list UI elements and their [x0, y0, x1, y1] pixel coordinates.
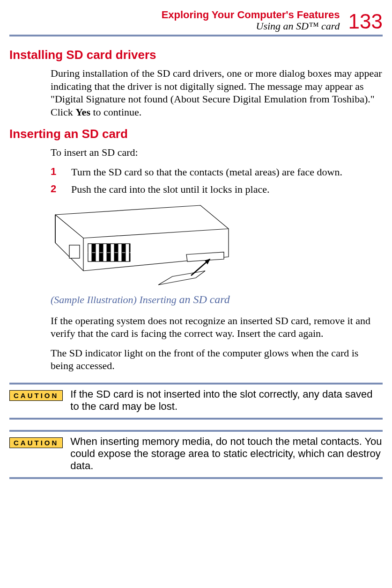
para-indicator-light: The SD indicator light on the front of t…	[51, 347, 383, 372]
sd-card-illustration	[51, 201, 233, 290]
svg-rect-1	[88, 244, 130, 252]
svg-rect-0	[69, 245, 80, 258]
section-subtitle: Using an SD™ card	[162, 21, 340, 32]
para-insert-intro: To insert an SD card:	[51, 146, 383, 159]
illustration-caption: (Sample Illustration) Inserting an SD ca…	[51, 293, 383, 306]
svg-rect-8	[126, 244, 129, 261]
bold-yes: Yes	[75, 106, 90, 118]
page-header: Exploring Your Computer's Features Using…	[9, 9, 383, 36]
list-item: 2 Push the card into the slot until it l…	[51, 183, 383, 196]
heading-inserting-sd: Inserting an SD card	[9, 127, 383, 141]
caution-text: If the SD card is not inserted into the …	[70, 388, 383, 413]
caution-text: When inserting memory media, do not touc…	[70, 436, 383, 472]
page-number: 133	[348, 11, 383, 32]
svg-rect-4	[96, 244, 99, 261]
step-number: 2	[51, 183, 71, 196]
illustration-wrap	[51, 201, 383, 291]
page: Exploring Your Computer's Features Using…	[0, 0, 392, 508]
chapter-title: Exploring Your Computer's Features	[162, 9, 340, 21]
heading-installing-drivers: Installing SD card drivers	[9, 48, 383, 62]
step-list: 1 Turn the SD card so that the contacts …	[51, 166, 383, 196]
caution-block: CAUTION When inserting memory media, do …	[9, 430, 383, 479]
para-installing-drivers: During installation of the SD card drive…	[51, 67, 383, 118]
para-not-recognized: If the operating system does not recogni…	[51, 314, 383, 340]
step-number: 1	[51, 166, 71, 179]
step-text: Push the card into the slot until it loc…	[71, 183, 269, 196]
svg-rect-7	[118, 244, 122, 261]
caption-suffix: an SD card	[179, 293, 229, 305]
header-titles: Exploring Your Computer's Features Using…	[162, 9, 340, 32]
text-fragment: to continue.	[90, 106, 141, 118]
svg-rect-6	[111, 244, 114, 261]
svg-rect-2	[88, 253, 130, 261]
caption-prefix: (Sample Illustration) Inserting	[51, 294, 179, 305]
svg-rect-5	[103, 244, 107, 261]
svg-rect-3	[88, 244, 92, 261]
caution-label: CAUTION	[9, 390, 63, 401]
step-text: Turn the SD card so that the contacts (m…	[71, 166, 342, 179]
caution-label: CAUTION	[9, 437, 63, 448]
list-item: 1 Turn the SD card so that the contacts …	[51, 166, 383, 179]
caution-block: CAUTION If the SD card is not inserted i…	[9, 383, 383, 420]
